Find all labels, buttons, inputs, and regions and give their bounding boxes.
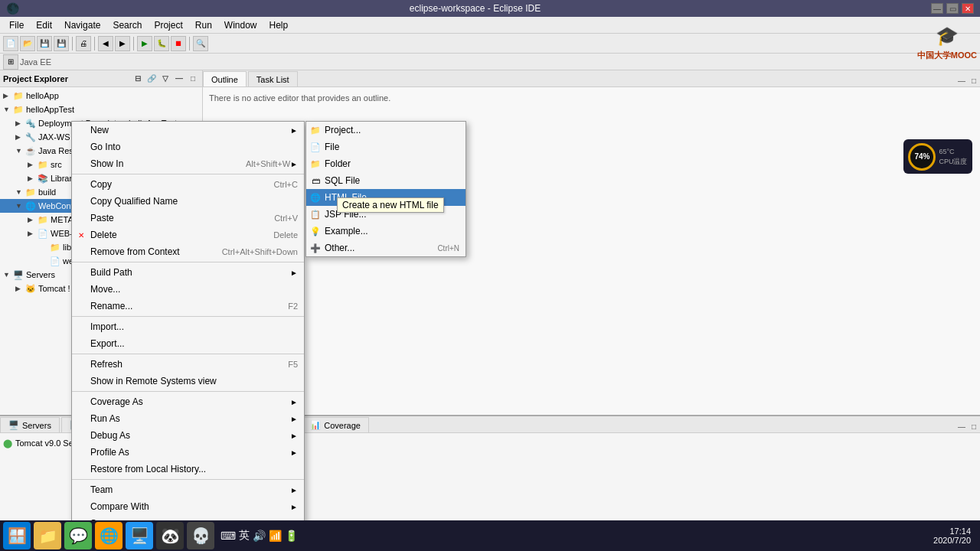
- submenu-file-icon: 📄: [309, 141, 322, 153]
- ctx-coverageas[interactable]: Coverage As ►: [72, 393, 304, 410]
- submenu-folder[interactable]: 📁 Folder: [306, 155, 466, 172]
- tab-outline[interactable]: Outline: [203, 71, 247, 86]
- ctx-buildpath[interactable]: Build Path ►: [72, 264, 304, 281]
- tab-coverage[interactable]: 📊 Coverage: [302, 417, 369, 432]
- search-btn[interactable]: 🔍: [193, 36, 208, 51]
- tree-item-helloapptest[interactable]: ▼ 📁 helloAppTest: [0, 103, 202, 116]
- ctx-removefromcontext-label: Remove from Context: [90, 246, 210, 257]
- outline-maximize-btn[interactable]: □: [968, 74, 980, 86]
- ctx-rename-label: Rename...: [90, 301, 276, 311]
- ctx-copyqualified[interactable]: Copy Qualified Name: [72, 193, 304, 210]
- ctx-copy-shortcut: Ctrl+C: [274, 180, 298, 189]
- taskbar-network-icon: 📶: [269, 530, 282, 542]
- ctx-refresh[interactable]: Refresh F5: [72, 356, 304, 373]
- back-btn[interactable]: ◀: [98, 36, 113, 51]
- menu-help[interactable]: Help: [263, 18, 295, 32]
- view-menu-btn[interactable]: ▽: [159, 73, 172, 85]
- ctx-gointo[interactable]: Go Into: [72, 139, 304, 155]
- taskbar-windows[interactable]: 🪟: [3, 522, 31, 549]
- taskbar-wechat[interactable]: 💬: [64, 522, 92, 549]
- menu-navigate[interactable]: Navigate: [58, 18, 106, 32]
- ctx-delete[interactable]: ✕ Delete Delete: [72, 227, 304, 243]
- tab-coverage-label: Coverage: [324, 421, 361, 430]
- submenu-sqlfile[interactable]: 🗃 SQL File: [306, 172, 466, 189]
- tab-servers[interactable]: 🖥️ Servers: [0, 417, 60, 432]
- ctx-copy[interactable]: Copy Ctrl+C: [72, 176, 304, 193]
- taskbar-browser[interactable]: 🌐: [95, 522, 122, 549]
- maximize-panel-btn[interactable]: □: [187, 73, 199, 85]
- run-btn[interactable]: ▶: [137, 36, 152, 51]
- ctx-coverageas-arrow: ►: [290, 398, 298, 406]
- ctx-paste[interactable]: Paste Ctrl+V: [72, 210, 304, 227]
- print-btn[interactable]: 🖨: [76, 36, 91, 51]
- ctx-profileas[interactable]: Profile As ►: [72, 444, 304, 461]
- submenu-htmlfile-icon: 🌐: [309, 191, 322, 204]
- minimize-panel-btn[interactable]: —: [173, 73, 185, 85]
- icon-src: 📁: [37, 158, 49, 171]
- close-button[interactable]: ✕: [962, 3, 974, 14]
- menu-project[interactable]: Project: [148, 18, 188, 32]
- minimize-button[interactable]: —: [931, 3, 943, 14]
- ctx-comparewith-label: Compare With: [90, 501, 290, 512]
- ctx-runas[interactable]: Run As ►: [72, 410, 304, 427]
- save-btn[interactable]: 💾: [37, 36, 52, 51]
- taskbar-eclipse[interactable]: 🖥️: [126, 522, 153, 549]
- ctx-rename[interactable]: Rename... F2: [72, 298, 304, 315]
- cpu-label: CPU温度: [939, 157, 967, 167]
- menu-search[interactable]: Search: [106, 18, 148, 32]
- ctx-showremote[interactable]: Show in Remote Systems view: [72, 373, 304, 390]
- ctx-buildpath-arrow: ►: [290, 269, 298, 277]
- ctx-refresh-shortcut: F5: [288, 360, 298, 369]
- submenu-other[interactable]: ➕ Other... Ctrl+N: [306, 240, 466, 256]
- tree-item-helloapp[interactable]: ▶ 📁 helloApp: [0, 89, 202, 103]
- icon-we: 📄: [49, 255, 61, 267]
- forward-btn[interactable]: ▶: [115, 36, 130, 51]
- ctx-removefromcontext[interactable]: Remove from Context Ctrl+Alt+Shift+Down: [72, 243, 304, 260]
- open-btn[interactable]: 📂: [20, 36, 35, 51]
- perspective-btn[interactable]: ⊞: [3, 54, 18, 70]
- ctx-coverageas-label: Coverage As: [90, 396, 290, 407]
- taskbar-panda[interactable]: 🐼: [156, 522, 184, 549]
- maximize-button[interactable]: ▭: [946, 3, 959, 14]
- new-btn[interactable]: 📄: [3, 36, 18, 51]
- stop-btn[interactable]: ⏹: [171, 36, 186, 51]
- ctx-team[interactable]: Team ►: [72, 481, 304, 498]
- debug-btn[interactable]: 🐛: [154, 36, 169, 51]
- icon-tomcat: 🐱: [24, 282, 37, 295]
- label-tomcat: Tomcat !: [38, 284, 70, 293]
- menu-file[interactable]: File: [3, 18, 30, 32]
- taskbar-skull[interactable]: 💀: [187, 522, 214, 549]
- tab-outline-label: Outline: [211, 75, 238, 84]
- submenu-file[interactable]: 📄 File: [306, 139, 466, 155]
- arrow-servers: ▼: [3, 271, 12, 279]
- ctx-showin[interactable]: Show In Alt+Shift+W ►: [72, 155, 304, 172]
- outline-minimize-btn[interactable]: —: [956, 74, 968, 86]
- tooltip-text: Create a new HTML file: [342, 200, 439, 210]
- ctx-debugas[interactable]: Debug As ►: [72, 427, 304, 444]
- menu-window[interactable]: Window: [218, 18, 263, 32]
- menu-run[interactable]: Run: [189, 18, 218, 32]
- tab-tasklist[interactable]: Task List: [248, 71, 298, 86]
- taskbar-lang-icon: 英: [239, 529, 250, 543]
- ctx-delete-icon: ✕: [75, 229, 87, 241]
- taskbar-files[interactable]: 📁: [34, 522, 61, 549]
- submenu-project[interactable]: 📁 Project...: [306, 122, 466, 139]
- ctx-sep5: [72, 391, 304, 392]
- ctx-restorefromlocal[interactable]: Restore from Local History...: [72, 461, 304, 478]
- link-editor-btn[interactable]: 🔗: [145, 73, 158, 85]
- bottom-panel-minimize-btn[interactable]: —: [956, 420, 968, 432]
- ctx-new[interactable]: New ►: [72, 122, 304, 139]
- arrow-webcontent: ▼: [15, 202, 24, 210]
- taskbar-system-icons: ⌨ 英 🔊 📶 🔋: [217, 529, 301, 543]
- ctx-move[interactable]: Move...: [72, 281, 304, 298]
- icon-helloapptest: 📁: [12, 103, 24, 116]
- menu-edit[interactable]: Edit: [30, 18, 58, 32]
- ctx-comparewith[interactable]: Compare With ►: [72, 498, 304, 515]
- ctx-rename-shortcut: F2: [288, 302, 298, 311]
- ctx-import[interactable]: Import...: [72, 318, 304, 335]
- collapse-all-btn[interactable]: ⊟: [132, 73, 144, 85]
- submenu-example[interactable]: 💡 Example...: [306, 223, 466, 240]
- ctx-export[interactable]: Export...: [72, 335, 304, 352]
- bottom-panel-maximize-btn[interactable]: □: [968, 420, 980, 432]
- save-all-btn[interactable]: 💾: [54, 36, 69, 51]
